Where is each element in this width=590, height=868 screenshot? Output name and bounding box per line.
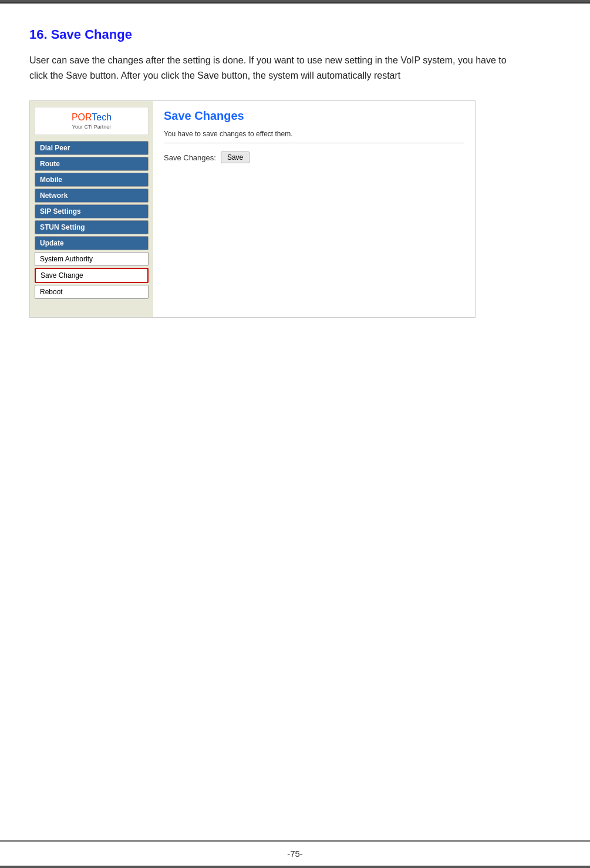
- screenshot-main: Save Changes You have to save changes to…: [153, 101, 475, 317]
- sidebar: PORTech Your CTi Partner Dial Peer Route…: [30, 101, 153, 317]
- logo-area: PORTech Your CTi Partner: [35, 107, 149, 135]
- footer: -75-: [0, 840, 590, 866]
- nav-sip-settings[interactable]: SIP Settings: [35, 204, 149, 218]
- nav-route[interactable]: Route: [35, 157, 149, 171]
- nav-mobile[interactable]: Mobile: [35, 173, 149, 187]
- save-changes-button[interactable]: Save: [221, 152, 250, 163]
- screenshot-box: PORTech Your CTi Partner Dial Peer Route…: [29, 100, 476, 318]
- screenshot-page-title: Save Changes: [164, 109, 464, 123]
- nav-stun-setting[interactable]: STUN Setting: [35, 220, 149, 234]
- logo-tech: Tech: [92, 112, 112, 122]
- nav-update[interactable]: Update: [35, 236, 149, 250]
- section-title: 16. Save Change: [29, 27, 561, 42]
- logo: PORTech: [39, 112, 144, 123]
- nav-save-change[interactable]: Save Change: [35, 268, 149, 283]
- page-number: -75-: [287, 849, 303, 859]
- section-description: User can save the changes after the sett…: [29, 53, 511, 83]
- logo-subtitle: Your CTi Partner: [39, 124, 144, 130]
- form-label: Save Changes:: [164, 153, 216, 162]
- nav-reboot[interactable]: Reboot: [35, 285, 149, 299]
- save-changes-row: Save Changes: Save: [164, 152, 464, 163]
- bottom-border: [0, 866, 590, 868]
- content-area: 16. Save Change User can save the change…: [0, 4, 590, 840]
- nav-dial-peer[interactable]: Dial Peer: [35, 141, 149, 155]
- logo-port: POR: [72, 112, 92, 122]
- nav-network[interactable]: Network: [35, 189, 149, 203]
- screenshot-info-text: You have to save changes to effect them.: [164, 130, 464, 143]
- nav-system-authority[interactable]: System Authority: [35, 252, 149, 266]
